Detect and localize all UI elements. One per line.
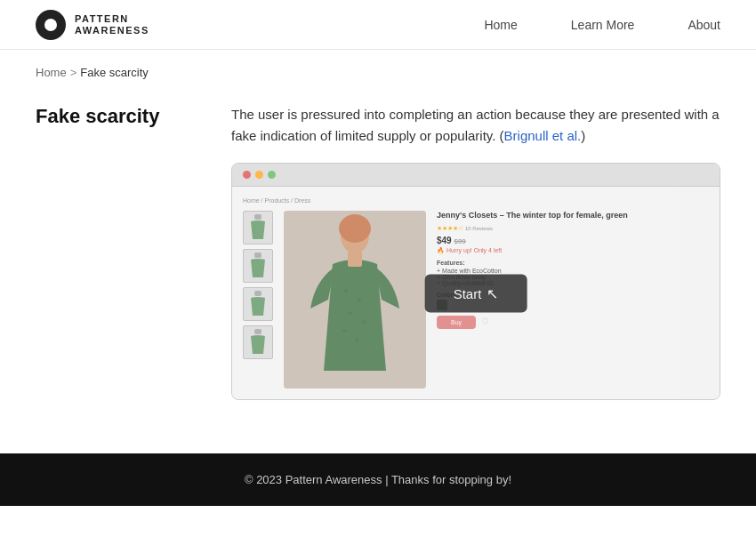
demo-product-title: Jenny's Closets – The winter top for fem… <box>437 211 709 221</box>
demo-main-image <box>284 211 426 389</box>
demo-thumb-2 <box>243 249 273 283</box>
svg-point-8 <box>344 289 348 293</box>
demo-inner: Home / Products / Dress <box>232 187 720 399</box>
demo-titlebar <box>232 164 720 187</box>
demo-buy-row: Buy ♡ <box>437 316 709 329</box>
footer-text: © 2023 Pattern Awareness | Thanks for st… <box>245 473 511 486</box>
demo-thumb-3 <box>243 287 273 321</box>
svg-point-6 <box>339 214 371 243</box>
logo: PATTERN AWARENESS <box>36 10 149 40</box>
dot-green <box>268 171 276 179</box>
start-label: Start <box>454 285 482 301</box>
svg-point-10 <box>349 311 352 315</box>
demo-thumbs <box>243 211 273 389</box>
dot-red <box>243 171 251 179</box>
footer: © 2023 Pattern Awareness | Thanks for st… <box>0 453 756 506</box>
demo-thumb-4 <box>243 325 273 359</box>
logo-inner-circle <box>44 19 57 31</box>
svg-rect-3 <box>254 329 261 334</box>
svg-rect-0 <box>254 214 261 220</box>
demo-feature-1: Made with EcoCotton <box>437 268 709 274</box>
main-nav: Home Learn More About <box>484 18 720 32</box>
logo-line1: PATTERN <box>75 13 149 24</box>
breadcrumb-current: Fake scarcity <box>80 66 149 79</box>
page-title: Fake scarcity <box>36 104 178 130</box>
nav-home[interactable]: Home <box>484 18 517 32</box>
demo-thumb-1 <box>243 211 273 244</box>
breadcrumb-home[interactable]: Home <box>36 66 67 79</box>
description-text: The user is pressured into completing an… <box>231 104 720 147</box>
demo-price: $49 $99 <box>437 236 709 245</box>
cursor-icon: ↖ <box>487 285 498 301</box>
svg-point-13 <box>355 338 358 341</box>
svg-rect-2 <box>254 291 261 296</box>
svg-point-12 <box>342 329 346 333</box>
header: PATTERN AWARENESS Home Learn More About <box>0 0 756 50</box>
breadcrumb-separator: > <box>70 66 77 79</box>
demo-box: Home / Products / Dress <box>231 163 720 400</box>
left-column: Fake scarcity <box>36 104 178 400</box>
demo-stars: ★★★★☆ 10 Reviews <box>437 225 709 232</box>
svg-rect-7 <box>348 251 362 267</box>
logo-icon <box>36 10 66 40</box>
main-content: Fake scarcity The user is pressured into… <box>0 86 756 436</box>
nav-learn-more[interactable]: Learn More <box>571 18 635 32</box>
start-button[interactable]: Start ↖ <box>425 274 527 312</box>
demo-buy-button[interactable]: Buy <box>437 316 476 329</box>
svg-rect-1 <box>254 252 261 258</box>
svg-point-11 <box>362 320 366 324</box>
breadcrumb: Home > Fake scarcity <box>36 66 720 79</box>
logo-line2: AWARENESS <box>75 25 149 36</box>
demo-hurry-text: 🔥 Hurry up! Only 4 left <box>437 247 709 254</box>
breadcrumb-area: Home > Fake scarcity <box>0 50 756 86</box>
citation-link[interactable]: Brignull et al. <box>504 128 582 143</box>
dot-yellow <box>255 171 263 179</box>
right-column: The user is pressured into completing an… <box>231 104 720 400</box>
demo-wishlist-icon: ♡ <box>481 317 492 327</box>
svg-point-9 <box>358 298 361 301</box>
demo-breadcrumb: Home / Products / Dress <box>243 197 709 204</box>
nav-about[interactable]: About <box>688 18 720 32</box>
logo-text: PATTERN AWARENESS <box>75 13 149 35</box>
